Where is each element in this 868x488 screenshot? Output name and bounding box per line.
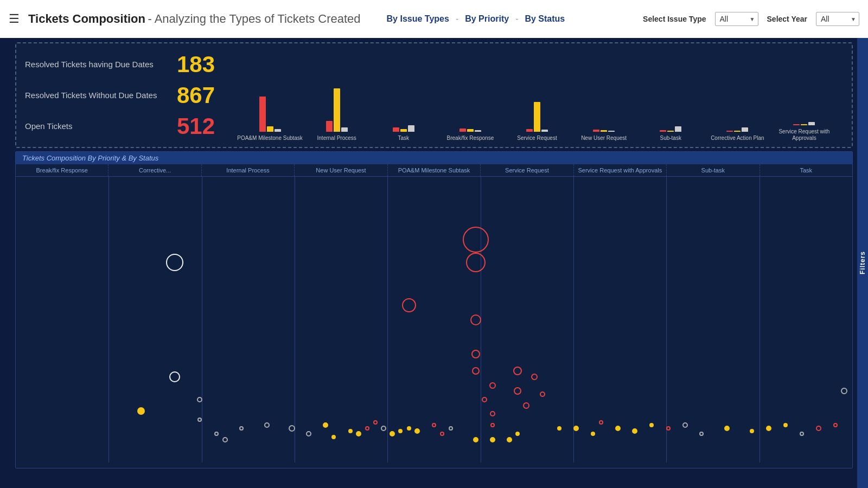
red-bar [660,130,666,132]
scatter-bubble [489,382,496,389]
stat-row-2: Resolved Tickets Without Due Dates 867 [25,82,231,108]
scatter-bubble [407,426,411,431]
bar-group: Service Request [503,102,570,142]
bar-group-label: Task [398,135,409,142]
scatter-col-header: Sub-task [667,164,760,176]
filters-side-tab[interactable]: Filters [857,38,868,488]
red-bar [593,130,599,132]
bar-group-label: Service Request with Approvals [771,129,838,142]
main-content: Resolved Tickets having Due Dates 183 Re… [0,38,868,488]
stat1-value: 183 [177,52,220,78]
bar-group-label: Break/fix Response [447,135,494,142]
white-bar [808,122,815,125]
scatter-col-header: Internal Process [202,164,295,176]
scatter-bubble [800,432,804,436]
stat1-label: Resolved Tickets having Due Dates [25,60,166,69]
scatter-bubble [323,422,328,428]
issue-type-select-wrapper: All [715,12,758,26]
scatter-col-header: Break/fix Response [16,164,108,176]
scatter-bubble [222,437,228,442]
scatter-bubble [513,367,522,375]
bar-group-label: Internal Process [317,135,356,142]
filters-side-label: Filters [859,251,866,274]
nav-tabs: By Issue Types - By Priority - By Status [382,13,570,25]
bar-group: Service Request with Approvals [771,122,838,142]
scatter-bubble [841,388,847,394]
scatter-bubble [666,426,671,431]
scatter-bubble [306,431,311,436]
sep1: - [456,14,458,24]
bars-container [526,102,548,132]
red-bar [326,121,333,132]
scatter-bubble [289,425,295,432]
hamburger-icon[interactable]: ☰ [9,12,20,26]
scatter-plot [16,177,852,463]
stat-row-3: Open Tickets 512 [25,113,231,139]
bar-group: Sub-task [637,126,704,142]
scatter-col-header: New User Request [295,164,387,176]
bar-group: New User Request [571,130,637,142]
white-bar [541,130,548,132]
stat3-value: 512 [177,113,220,139]
scatter-bubble [197,418,202,422]
bar-group-label: POA&M Milestone Subtask [237,135,303,142]
red-bar [526,129,533,132]
stat2-label: Resolved Tickets Without Due Dates [25,91,166,100]
scatter-bubble [449,426,453,431]
scatter-bubble [414,428,420,434]
scatter-bubble [682,422,688,428]
scatter-bubble [373,420,378,425]
year-select[interactable]: All [816,12,859,26]
scatter-section: Tickets Composition By Priority & By Sta… [15,151,853,468]
header: ☰ Tickets Composition - Analyzing the Ty… [0,0,868,38]
header-filters: Select Issue Type All Select Year All [643,12,859,26]
scatter-bubble [833,423,838,427]
yellow-bar [534,102,540,132]
scatter-bubble [348,429,353,433]
red-bar [459,129,466,132]
tab-by-priority[interactable]: By Priority [461,13,513,25]
scatter-bubble [540,391,545,397]
bar-group: Corrective Action Plan [704,127,771,142]
red-bar [793,124,800,125]
issue-type-select[interactable]: All [715,12,758,26]
scatter-bubble [398,429,403,433]
scatter-bubble [471,350,480,358]
scatter-bubble [523,402,529,409]
scatter-bubble [783,423,788,427]
summary-panel: Resolved Tickets having Due Dates 183 Re… [15,42,853,148]
bar-group: Break/fix Response [437,129,503,142]
white-bar [475,130,481,132]
scatter-bubble [402,298,416,312]
yellow-bar [467,129,474,132]
scatter-bubble [599,420,603,425]
scatter-col-header: POA&M Milestone Subtask [388,164,481,176]
scatter-bubble [473,437,478,442]
scatter-bubble [649,423,654,427]
bar-group: Task [370,125,437,142]
bars-container [593,130,615,132]
tab-by-issue-types[interactable]: By Issue Types [382,13,454,25]
bar-chart-area: POA&M Milestone SubtaskInternal ProcessT… [231,49,843,142]
bar-group: Internal Process [303,88,370,142]
scatter-title: Tickets Composition By Priority & By Sta… [16,152,852,164]
bars-container [259,97,281,132]
bars-container [326,88,348,132]
scatter-bubble [356,431,361,436]
white-bar [742,127,748,132]
page-subtitle: - Analyzing the Types of Tickets Created [148,12,360,25]
scatter-bubble [239,426,244,431]
white-bar [675,126,681,132]
tab-by-status[interactable]: By Status [520,13,569,25]
scatter-bubble [264,422,270,428]
scatter-bubble [214,432,219,436]
scatter-bubble [507,437,512,442]
scatter-bubble [632,428,637,434]
white-bar [341,127,348,132]
scatter-bubble [463,227,489,253]
yellow-bar [400,129,407,132]
scatter-col-header: Corrective... [108,164,201,176]
scatter-col-header: Service Request with Approvals [574,164,667,176]
scatter-bubble [816,426,821,431]
bars-container [393,125,414,132]
